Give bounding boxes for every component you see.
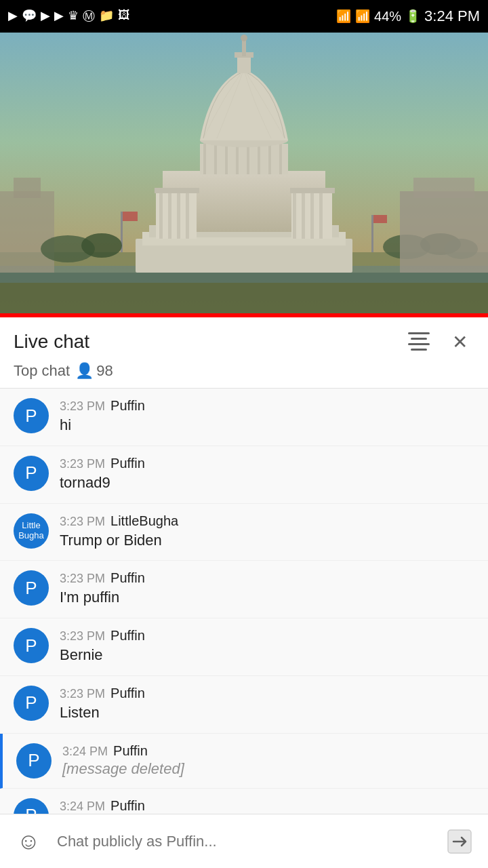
list-item: P 3:23 PM Puffin hi <box>0 389 488 446</box>
close-icon: ✕ <box>452 331 468 353</box>
message-author: Puffin <box>110 686 145 701</box>
status-time: 3:24 PM <box>424 7 480 25</box>
message-author: Puffin <box>110 798 145 814</box>
chat-input[interactable] <box>57 824 431 859</box>
svg-rect-11 <box>159 190 163 239</box>
svg-rect-18 <box>302 190 305 239</box>
chat-input-bar: ☺ <box>0 814 488 868</box>
svg-rect-22 <box>200 144 288 174</box>
live-chat-header: Live chat ✕ Top chat 👤 98 <box>0 317 488 389</box>
live-chat-title: Live chat <box>14 331 89 353</box>
wifi-icon: 📶 <box>336 9 351 24</box>
svg-rect-12 <box>168 190 171 239</box>
message-author: Puffin <box>110 570 145 586</box>
video-player[interactable] <box>0 33 488 317</box>
list-item: P 3:23 PM Puffin tornad9 <box>0 446 488 504</box>
send-button[interactable] <box>442 824 477 859</box>
close-button[interactable]: ✕ <box>445 327 474 357</box>
message-content: 3:23 PM LittleBugha Trump or Biden <box>60 513 474 551</box>
message-time: 3:23 PM <box>60 629 105 644</box>
svg-rect-45 <box>400 191 488 273</box>
svg-rect-38 <box>371 215 373 252</box>
svg-rect-14 <box>186 190 189 239</box>
avatar: P <box>16 743 52 778</box>
viewer-count: 👤 98 <box>75 362 113 380</box>
message-text: Bernie <box>60 645 474 666</box>
progress-bar[interactable] <box>0 313 488 317</box>
emoji-icon: ☺ <box>17 828 41 854</box>
avatar: LittleBugha <box>14 513 49 549</box>
message-content: 3:23 PM Puffin Bernie <box>60 628 474 666</box>
viewer-icon: 👤 <box>75 362 94 380</box>
status-left-icons: ▶💬▶▶♛Ⓜ📁🖼 <box>8 8 130 24</box>
svg-rect-4 <box>0 191 54 273</box>
battery-percent: 44% <box>374 9 401 24</box>
svg-rect-20 <box>319 190 323 239</box>
chat-messages: P 3:23 PM Puffin hi P 3:23 PM Puffin tor… <box>0 389 488 868</box>
header-icons: ✕ <box>404 327 474 357</box>
message-content: 3:23 PM Puffin hi <box>60 398 474 436</box>
message-text: I'm puffin <box>60 587 474 608</box>
message-text-deleted: [message deleted] <box>62 760 474 778</box>
message-time: 3:23 PM <box>60 399 105 414</box>
message-time: 3:24 PM <box>62 745 108 759</box>
list-item: P 3:23 PM Puffin I'm puffin <box>0 561 488 618</box>
message-time: 3:24 PM <box>60 800 105 814</box>
notification-icons: ▶💬▶▶♛Ⓜ📁🖼 <box>8 8 130 24</box>
avatar: P <box>14 686 49 721</box>
list-item: LittleBugha 3:23 PM LittleBugha Trump or… <box>0 504 488 561</box>
svg-rect-39 <box>373 215 387 223</box>
signal-icon: 📶 <box>355 9 370 24</box>
list-item: P 3:23 PM Puffin Listen <box>0 676 488 734</box>
message-text: hi <box>60 415 474 436</box>
svg-rect-24 <box>214 142 217 174</box>
svg-rect-37 <box>123 212 138 221</box>
message-time: 3:23 PM <box>60 457 105 471</box>
message-author: Puffin <box>110 628 145 644</box>
svg-rect-26 <box>236 142 239 174</box>
svg-rect-27 <box>247 142 249 174</box>
svg-rect-19 <box>310 190 314 239</box>
svg-rect-13 <box>177 190 180 239</box>
message-text: tornad9 <box>60 473 474 494</box>
top-chat-label: Top chat <box>14 362 70 380</box>
svg-point-41 <box>81 233 122 258</box>
svg-rect-15 <box>155 188 199 193</box>
message-content: 3:23 PM Puffin I'm puffin <box>60 570 474 608</box>
emoji-button[interactable]: ☺ <box>11 824 46 859</box>
message-text: Listen <box>60 703 474 724</box>
filter-button[interactable] <box>404 327 434 357</box>
message-author: Puffin <box>113 743 148 759</box>
status-bar: ▶💬▶▶♛Ⓜ📁🖼 📶 📶 44% 🔋 3:24 PM <box>0 0 488 33</box>
message-content: 3:23 PM Puffin Listen <box>60 686 474 724</box>
svg-rect-25 <box>225 142 228 174</box>
svg-rect-28 <box>258 142 260 174</box>
capitol-image <box>0 33 488 313</box>
svg-rect-46 <box>413 178 474 198</box>
viewer-count-number: 98 <box>96 362 113 380</box>
message-time: 3:23 PM <box>60 687 105 701</box>
message-author: Puffin <box>110 456 145 471</box>
message-time: 3:23 PM <box>60 572 105 586</box>
message-content: 3:24 PM Puffin [message deleted] <box>62 743 474 778</box>
avatar: P <box>14 398 49 433</box>
send-icon <box>447 829 472 854</box>
svg-rect-21 <box>290 188 335 193</box>
battery-icon: 🔋 <box>405 9 420 24</box>
avatar: P <box>14 456 49 491</box>
avatar: P <box>14 570 49 606</box>
status-right-icons: 📶 📶 44% 🔋 3:24 PM <box>336 7 480 25</box>
message-time: 3:23 PM <box>60 515 105 529</box>
svg-rect-23 <box>203 142 206 174</box>
message-author: LittleBugha <box>110 513 178 529</box>
avatar: P <box>14 628 49 663</box>
message-content: 3:23 PM Puffin tornad9 <box>60 456 474 494</box>
svg-rect-17 <box>293 190 296 239</box>
message-text: Trump or Biden <box>60 530 474 551</box>
filter-icon <box>408 332 430 351</box>
svg-rect-29 <box>268 142 271 174</box>
list-item: P 3:24 PM Puffin [message deleted] <box>0 734 488 789</box>
list-item: P 3:23 PM Puffin Bernie <box>0 618 488 676</box>
svg-rect-5 <box>14 178 41 198</box>
message-author: Puffin <box>110 398 145 414</box>
